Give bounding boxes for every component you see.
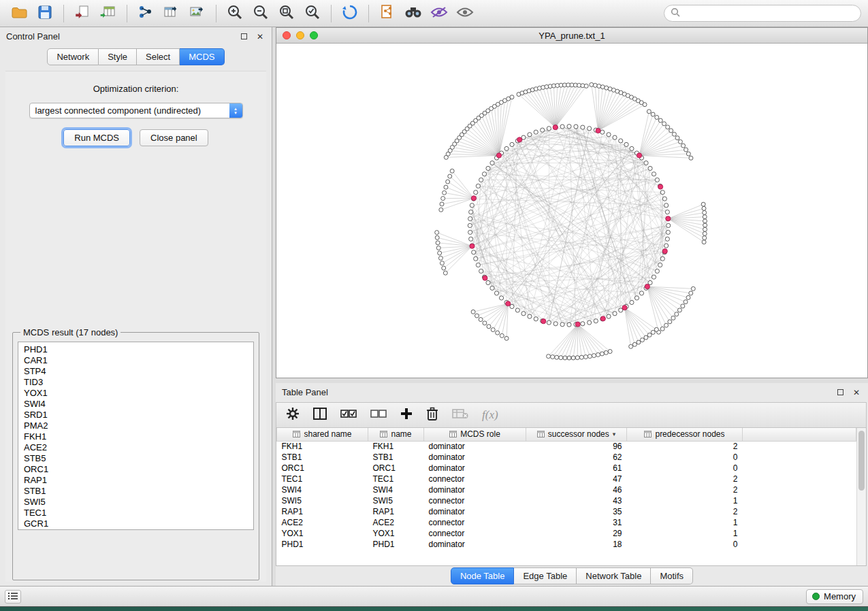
cell-fill[interactable] — [743, 539, 856, 550]
table-row[interactable]: YOX1YOX1connector291 — [277, 528, 856, 539]
cell-shared_name[interactable]: PHD1 — [277, 539, 368, 550]
cell-name[interactable]: SWI4 — [368, 484, 424, 495]
add-column-button[interactable] — [400, 408, 413, 423]
cell-role[interactable]: connector — [424, 474, 526, 484]
cell-succ[interactable]: 29 — [526, 528, 627, 539]
cell-pred[interactable]: 2 — [627, 441, 743, 452]
cell-fill[interactable] — [743, 495, 856, 506]
result-item[interactable]: YOX1 — [24, 388, 253, 399]
result-item[interactable]: SWI5 — [24, 497, 253, 508]
column-header-mcds-role[interactable]: MCDS role — [424, 428, 526, 441]
zoom-in-button[interactable] — [223, 3, 247, 24]
result-item[interactable]: FKH1 — [24, 431, 253, 442]
cell-pred[interactable]: 1 — [627, 517, 743, 528]
result-item[interactable]: STB1 — [24, 486, 253, 497]
cell-role[interactable]: connector — [424, 495, 526, 506]
cell-shared_name[interactable]: FKH1 — [277, 441, 368, 452]
table-row[interactable]: SWI5SWI5connector431 — [277, 495, 856, 506]
column-header-name[interactable]: name — [368, 428, 424, 441]
cell-role[interactable]: dominator — [424, 539, 526, 550]
cell-pred[interactable]: 0 — [627, 452, 743, 463]
maximize-window-icon[interactable] — [310, 31, 318, 39]
cell-shared_name[interactable]: ACE2 — [277, 517, 368, 528]
result-item[interactable]: TEC1 — [24, 508, 253, 518]
float-panel-icon[interactable] — [835, 387, 846, 398]
export-image-button[interactable] — [185, 3, 210, 24]
minimize-window-icon[interactable] — [296, 31, 304, 39]
deselect-all-button[interactable] — [370, 408, 387, 422]
cell-name[interactable]: FKH1 — [368, 441, 424, 452]
result-item[interactable]: PMA2 — [24, 420, 253, 431]
cell-role[interactable]: dominator — [424, 484, 526, 495]
result-item[interactable]: CAR1 — [24, 355, 253, 366]
table-scrollbar[interactable] — [856, 428, 866, 565]
tab-select[interactable]: Select — [137, 48, 180, 65]
share-document-button[interactable] — [375, 3, 400, 24]
result-item[interactable]: SWI4 — [24, 399, 253, 410]
table-row[interactable]: ORC1ORC1dominator610 — [277, 463, 856, 474]
cell-role[interactable]: dominator — [424, 452, 526, 463]
network-graph[interactable] — [276, 44, 867, 378]
cell-role[interactable]: connector — [424, 517, 526, 528]
table-row[interactable]: RAP1RAP1dominator352 — [277, 506, 856, 517]
cell-pred[interactable]: 2 — [627, 506, 743, 517]
hide-selection-button[interactable] — [427, 3, 451, 24]
cell-name[interactable]: TEC1 — [368, 474, 424, 484]
cell-pred[interactable]: 1 — [627, 495, 743, 506]
cell-fill[interactable] — [743, 517, 856, 528]
global-search-input[interactable] — [684, 8, 854, 18]
cell-name[interactable]: PHD1 — [368, 539, 424, 550]
cell-name[interactable]: ORC1 — [368, 463, 424, 474]
close-window-icon[interactable] — [283, 31, 291, 39]
cell-fill[interactable] — [743, 506, 856, 517]
cell-succ[interactable]: 47 — [526, 474, 627, 484]
export-table-button[interactable] — [159, 3, 184, 24]
run-mcds-button[interactable]: Run MCDS — [63, 129, 130, 146]
global-search-box[interactable] — [664, 5, 861, 22]
result-item[interactable]: TID3 — [24, 377, 253, 388]
scrollbar-thumb[interactable] — [858, 431, 865, 491]
tab-mcds[interactable]: MCDS — [180, 48, 224, 65]
cell-fill[interactable] — [743, 452, 856, 463]
cell-name[interactable]: YOX1 — [368, 528, 424, 539]
cell-role[interactable]: dominator — [424, 441, 526, 452]
cell-shared_name[interactable]: TEC1 — [277, 474, 368, 484]
table-row[interactable]: TEC1TEC1connector472 — [277, 474, 856, 484]
optimization-criterion-dropdown[interactable]: largest connected component (undirected)… — [29, 103, 243, 118]
network-canvas[interactable] — [276, 44, 867, 378]
mcds-result-list[interactable]: PHD1CAR1STP4TID3YOX1SWI4SRD1PMA2FKH1ACE2… — [18, 342, 254, 530]
cell-pred[interactable]: 0 — [627, 539, 743, 550]
cell-shared_name[interactable]: SWI4 — [277, 484, 368, 495]
result-item[interactable]: STP4 — [24, 366, 253, 377]
cell-succ[interactable]: 43 — [526, 495, 627, 506]
import-file-button[interactable] — [70, 3, 95, 24]
cell-succ[interactable]: 46 — [526, 484, 627, 495]
task-history-button[interactable] — [5, 590, 21, 604]
cell-role[interactable]: connector — [424, 528, 526, 539]
column-header-shared-name[interactable]: shared name — [277, 428, 368, 441]
table-row[interactable]: STB1STB1dominator620 — [277, 452, 856, 463]
table-row[interactable]: PHD1PHD1dominator180 — [277, 539, 856, 550]
export-network-button[interactable] — [133, 3, 158, 24]
result-item[interactable]: PHD1 — [24, 344, 253, 355]
cell-pred[interactable]: 1 — [627, 528, 743, 539]
tab-network-table[interactable]: Network Table — [577, 567, 651, 584]
cell-shared_name[interactable]: ORC1 — [277, 463, 368, 474]
save-session-button[interactable] — [33, 3, 57, 24]
cell-fill[interactable] — [743, 474, 856, 484]
result-item[interactable]: SRD1 — [24, 410, 253, 420]
table-row[interactable]: ACE2ACE2connector311 — [277, 517, 856, 528]
search-network-button[interactable] — [401, 3, 425, 24]
column-header-predecessor-nodes[interactable]: predecessor nodes — [627, 428, 743, 441]
cell-name[interactable]: ACE2 — [368, 517, 424, 528]
tab-network[interactable]: Network — [47, 48, 99, 65]
cell-succ[interactable]: 96 — [526, 441, 627, 452]
cell-succ[interactable]: 31 — [526, 517, 627, 528]
tab-style[interactable]: Style — [99, 48, 137, 65]
cell-succ[interactable]: 61 — [526, 463, 627, 474]
tab-motifs[interactable]: Motifs — [651, 567, 693, 584]
cell-name[interactable]: SWI5 — [368, 495, 424, 506]
float-panel-icon[interactable] — [238, 31, 249, 42]
table-row[interactable]: FKH1FKH1dominator962 — [277, 441, 856, 452]
cell-shared_name[interactable]: YOX1 — [277, 528, 368, 539]
